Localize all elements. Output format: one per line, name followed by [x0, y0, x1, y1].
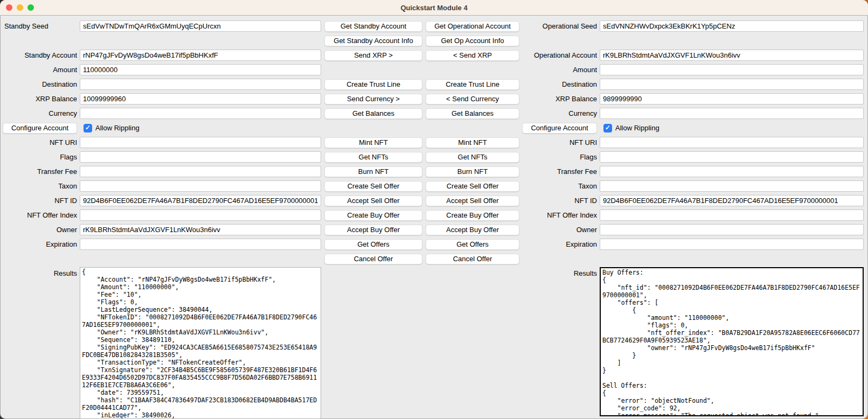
- standby-nft-id-field[interactable]: [80, 195, 321, 206]
- window-title: Quickstart Module 4: [400, 4, 467, 12]
- operational-amount-field[interactable]: [600, 64, 864, 75]
- standby-account-field[interactable]: [80, 50, 321, 61]
- standby-taxon-field[interactable]: [80, 180, 321, 192]
- operational-configure-account-button[interactable]: Configure Account: [522, 123, 597, 134]
- standby-nft-id-label: NFT ID: [3, 197, 77, 205]
- standby-destination-field[interactable]: [80, 79, 321, 90]
- operational-destination-field[interactable]: [600, 79, 864, 90]
- operational-nft-id-field[interactable]: [600, 195, 864, 206]
- operational-results-textarea[interactable]: Buy Offers: { "nft_id": "0008271092D4B6F…: [600, 267, 864, 416]
- operational-flags-field[interactable]: [600, 151, 864, 163]
- operational-currency-field[interactable]: [600, 108, 864, 119]
- standby-accept-buy-offer-button[interactable]: Accept Buy Offer: [324, 225, 422, 235]
- operational-allow-rippling: Allow Rippling: [600, 124, 864, 132]
- standby-destination-label: Destination: [3, 80, 77, 88]
- operational-burn-nft-button[interactable]: Burn NFT: [426, 166, 519, 177]
- standby-create-buy-offer-button[interactable]: Create Buy Offer: [324, 210, 422, 221]
- operational-accept-sell-offer-button[interactable]: Accept Sell Offer: [426, 195, 519, 206]
- operational-get-balances-button[interactable]: Get Balances: [426, 108, 519, 119]
- operational-get-offers-button[interactable]: Get Offers: [426, 239, 519, 250]
- standby-flags-field[interactable]: [80, 151, 321, 163]
- app-window: Quickstart Module 4 Standby Seed Get Sta…: [0, 0, 868, 419]
- standby-send-xrp-button[interactable]: Send XRP >: [324, 50, 422, 61]
- standby-send-currency-button[interactable]: Send Currency >: [324, 94, 422, 104]
- operational-accept-buy-offer-button[interactable]: Accept Buy Offer: [426, 225, 519, 235]
- standby-nft-offer-index-field[interactable]: [80, 210, 321, 221]
- operational-send-xrp-button[interactable]: < Send XRP: [426, 50, 519, 61]
- get-standby-account-info-button[interactable]: Get Standby Account Info: [324, 36, 422, 46]
- operational-nft-offer-index-label: NFT Offer Index: [522, 211, 597, 219]
- standby-owner-label: Owner: [3, 226, 77, 234]
- close-window-icon[interactable]: [6, 4, 12, 11]
- minimize-window-icon[interactable]: [17, 4, 23, 11]
- operational-cancel-offer-button[interactable]: Cancel Offer: [426, 254, 519, 264]
- operational-owner-field[interactable]: [600, 224, 864, 235]
- operational-create-trust-line-button[interactable]: Create Trust Line: [426, 79, 519, 90]
- standby-owner-field[interactable]: [80, 224, 321, 235]
- operational-mint-nft-button[interactable]: Mint NFT: [426, 137, 519, 148]
- standby-allow-rippling-label: Allow Rippling: [95, 124, 140, 132]
- standby-cancel-offer-button[interactable]: Cancel Offer: [324, 254, 422, 264]
- operational-send-currency-button[interactable]: < Send Currency: [426, 94, 519, 104]
- window-controls: [6, 4, 34, 11]
- operational-flags-label: Flags: [522, 153, 597, 161]
- standby-allow-rippling: Allow Rippling: [80, 124, 321, 132]
- standby-create-trust-line-button[interactable]: Create Trust Line: [324, 79, 422, 90]
- standby-flags-label: Flags: [3, 153, 77, 161]
- operational-xrp-balance-label: XRP Balance: [522, 95, 597, 103]
- operational-create-buy-offer-button[interactable]: Create Buy Offer: [426, 210, 519, 221]
- operational-transfer-fee-field[interactable]: [600, 166, 864, 177]
- operational-amount-label: Amount: [522, 66, 597, 74]
- operational-seed-field[interactable]: [600, 20, 864, 32]
- get-operational-account-button[interactable]: Get Operational Account: [426, 21, 519, 32]
- standby-allow-rippling-checkbox[interactable]: [84, 124, 92, 132]
- standby-accept-sell-offer-button[interactable]: Accept Sell Offer: [324, 195, 422, 206]
- operational-taxon-field[interactable]: [600, 180, 864, 192]
- operational-seed-label: Operational Seed: [522, 22, 597, 30]
- standby-xrp-balance-label: XRP Balance: [3, 95, 77, 103]
- standby-nft-uri-label: NFT URI: [3, 138, 77, 146]
- standby-currency-field[interactable]: [80, 108, 321, 119]
- standby-amount-label: Amount: [3, 66, 77, 74]
- get-standby-account-button[interactable]: Get Standby Account: [324, 21, 422, 32]
- standby-configure-account-button[interactable]: Configure Account: [3, 123, 77, 134]
- operational-nft-id-label: NFT ID: [522, 197, 597, 205]
- standby-transfer-fee-label: Transfer Fee: [3, 167, 77, 176]
- standby-account-label: Standby Account: [3, 51, 77, 59]
- standby-currency-label: Currency: [3, 109, 77, 117]
- standby-get-nfts-button[interactable]: Get NFTs: [324, 152, 422, 163]
- standby-seed-label: Standby Seed: [3, 22, 77, 30]
- operational-nft-offer-index-field[interactable]: [600, 210, 864, 221]
- operational-nft-uri-label: NFT URI: [522, 138, 597, 146]
- operational-allow-rippling-checkbox[interactable]: [603, 124, 612, 132]
- standby-burn-nft-button[interactable]: Burn NFT: [324, 166, 422, 177]
- operational-account-label: Operational Account: [522, 51, 597, 59]
- standby-xrp-balance-field[interactable]: [80, 93, 321, 104]
- operational-allow-rippling-label: Allow Rippling: [615, 124, 659, 132]
- standby-expiration-label: Expiration: [3, 240, 77, 248]
- standby-get-balances-button[interactable]: Get Balances: [324, 108, 422, 119]
- standby-nft-uri-field[interactable]: [80, 137, 321, 148]
- standby-results-textarea[interactable]: { "Account": "rNP47gJFvDyW8gsDo4weB17if5…: [80, 267, 321, 419]
- standby-expiration-field[interactable]: [80, 239, 321, 250]
- operational-get-nfts-button[interactable]: Get NFTs: [426, 152, 519, 163]
- standby-amount-field[interactable]: [80, 64, 321, 75]
- operational-create-sell-offer-button[interactable]: Create Sell Offer: [426, 181, 519, 192]
- operational-owner-label: Owner: [522, 226, 597, 234]
- operational-currency-label: Currency: [522, 109, 597, 117]
- operational-nft-uri-field[interactable]: [600, 137, 864, 148]
- operational-xrp-balance-field[interactable]: [600, 93, 864, 104]
- standby-results-label: Results: [3, 269, 77, 277]
- operational-expiration-label: Expiration: [522, 240, 597, 248]
- standby-mint-nft-button[interactable]: Mint NFT: [324, 137, 422, 148]
- standby-transfer-fee-field[interactable]: [80, 166, 321, 177]
- zoom-window-icon[interactable]: [27, 4, 34, 11]
- standby-get-offers-button[interactable]: Get Offers: [324, 239, 422, 250]
- standby-create-sell-offer-button[interactable]: Create Sell Offer: [324, 181, 422, 192]
- operational-account-field[interactable]: [600, 50, 864, 61]
- operational-taxon-label: Taxon: [522, 182, 597, 190]
- get-op-account-info-button[interactable]: Get Op Account Info: [426, 36, 519, 46]
- standby-seed-field[interactable]: [80, 20, 321, 32]
- operational-expiration-field[interactable]: [600, 239, 864, 250]
- operational-results-label: Results: [522, 269, 597, 277]
